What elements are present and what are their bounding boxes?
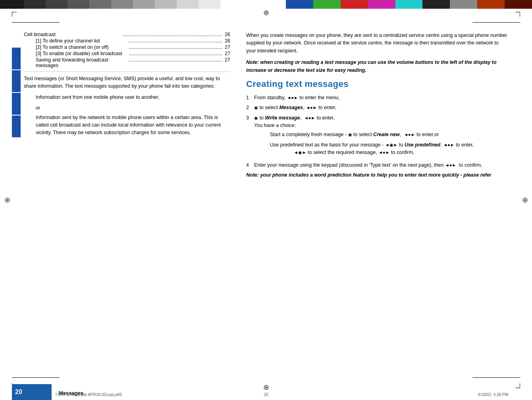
top-bar-segment	[111, 0, 133, 9]
toc-dots: ........................................…	[123, 32, 222, 37]
choice-block: Start a completely fresh message - ◉ to …	[254, 131, 508, 156]
toc-label: Saving and forwarding broadcast messages	[24, 57, 129, 68]
step-1: 1 From standby, ◄●► to enter the menu,	[246, 94, 508, 102]
swatch	[12, 70, 21, 92]
footer-bar: 20 Messages f tech a700 Guide APR18-02co…	[0, 384, 532, 400]
right-intro-text: When you create messages on your phone, …	[246, 32, 508, 55]
top-bar-segment	[395, 0, 423, 9]
side-swatches	[12, 48, 21, 137]
main-content: Cell broadcast..........................…	[24, 32, 508, 376]
top-bar-segment	[422, 0, 450, 9]
divider	[24, 71, 230, 72]
step-4: 4 Enter your message using the keypad (d…	[246, 162, 508, 169]
step-1-num: 1	[246, 94, 254, 102]
toc-item: Cell broadcast..........................…	[24, 32, 230, 37]
step-2: 2 ◉ to select Messages, ◄●► to enter,	[246, 104, 508, 112]
step-3-num: 3	[246, 114, 254, 159]
indent-block: Information sent from one mobile phone u…	[24, 94, 230, 137]
toc-label: [2] To switch a channel on (or off)	[24, 44, 129, 50]
choice-item-1: Start a completely fresh message - ◉ to …	[262, 131, 508, 138]
swatch	[12, 115, 21, 137]
footer-file: f tech a700 Guide APR18-02copy.p65	[56, 392, 122, 397]
top-bar-segment	[286, 0, 313, 9]
corner-mark-tl	[12, 12, 17, 17]
top-bar-segment	[155, 0, 177, 9]
top-bar-segment	[368, 0, 395, 9]
top-bar-segment	[341, 0, 368, 9]
top-bar-segment	[67, 0, 89, 9]
toc-dots: ........................................…	[129, 51, 222, 56]
top-bar-segment	[477, 0, 505, 9]
toc-item: [3] To enable (or disable) cell broadcas…	[24, 51, 230, 56]
toc-label: [1] To define your channel list	[24, 38, 129, 44]
toc-page: 27	[222, 57, 230, 68]
footer-page-num: 20	[15, 388, 22, 396]
toc-label: [3] To enable (or disable) cell broadcas…	[24, 51, 129, 56]
top-bar-segment	[450, 0, 477, 9]
step-4-content: Enter your message using the keypad (dis…	[254, 162, 508, 169]
toc-page: 26	[222, 32, 230, 37]
footer-badge: 20	[12, 384, 52, 400]
indent-item-2: Information sent by the network to mobil…	[36, 114, 230, 137]
top-bar-segment	[177, 0, 199, 9]
left-body-text: Text messages (or Short Messaging Servic…	[24, 75, 230, 90]
top-bar-segment	[0, 0, 24, 9]
step-2-num: 2	[246, 104, 254, 112]
corner-mark-tr	[515, 12, 520, 17]
top-bar-segment	[505, 0, 532, 9]
top-bar-segment	[89, 0, 111, 9]
step-3: 3 ◉ to Write message, ◄●► to enter, You …	[246, 114, 508, 159]
step-3-content: ◉ to Write message, ◄●► to enter, You ha…	[254, 114, 508, 159]
top-color-bar	[0, 0, 532, 9]
toc-page: 26	[222, 38, 230, 44]
top-bar-segment	[313, 0, 341, 9]
step-2-content: ◉ to select Messages, ◄●► to enter,	[254, 104, 508, 112]
hline-right-top	[472, 22, 520, 23]
toc-label: Cell broadcast	[24, 32, 123, 37]
choice-sub: ◄◉► to select the required message, ◄●► …	[270, 149, 508, 156]
crosshair-top	[262, 9, 270, 17]
swatch	[12, 48, 21, 69]
swatch	[12, 93, 21, 115]
top-bar-segment	[24, 0, 46, 9]
toc-item: Saving and forwarding broadcast messages…	[24, 57, 230, 68]
choice-item-2: Use predefined text as the basis for you…	[262, 141, 508, 157]
section-heading: Creating text messages	[246, 79, 508, 89]
hline-left-top	[12, 22, 60, 23]
toc-dots: ........................................…	[129, 38, 222, 44]
toc-page: 27	[222, 44, 230, 50]
top-bar-segment	[199, 0, 220, 9]
you-have-choice: You have a choice:	[254, 123, 296, 128]
step-4-num: 4	[246, 162, 254, 169]
crosshair-left	[3, 196, 11, 204]
toc-item: [2] To switch a channel on (or off).....…	[24, 44, 230, 50]
note-text: Note: when creating or reading a text me…	[246, 59, 508, 74]
toc-dots: ........................................…	[129, 57, 222, 68]
toc-item: [1] To define your channel list.........…	[24, 38, 230, 44]
step-1-content: From standby, ◄●► to enter the menu,	[254, 94, 508, 102]
footer-date: 4/18/02, 4:38 PM	[478, 392, 508, 397]
right-column: When you create messages on your phone, …	[246, 32, 508, 376]
top-bar-segment	[46, 0, 67, 9]
hline-left-bottom	[12, 377, 60, 378]
hline-right-bottom	[472, 377, 520, 378]
top-bar-segment	[133, 0, 155, 9]
steps-list: 1 From standby, ◄●► to enter the menu, 2…	[246, 94, 508, 169]
crosshair-right	[521, 196, 529, 204]
toc-page: 27	[222, 51, 230, 56]
toc-dots: ........................................…	[129, 44, 222, 50]
footer-center-page: 20	[264, 392, 268, 397]
note2-text: Note: your phone includes a word predict…	[246, 171, 508, 179]
toc-container: Cell broadcast..........................…	[24, 32, 230, 68]
indent-item-or: or	[36, 104, 230, 112]
left-column: Cell broadcast..........................…	[24, 32, 230, 376]
indent-item-0: Information sent from one mobile phone u…	[36, 94, 230, 101]
